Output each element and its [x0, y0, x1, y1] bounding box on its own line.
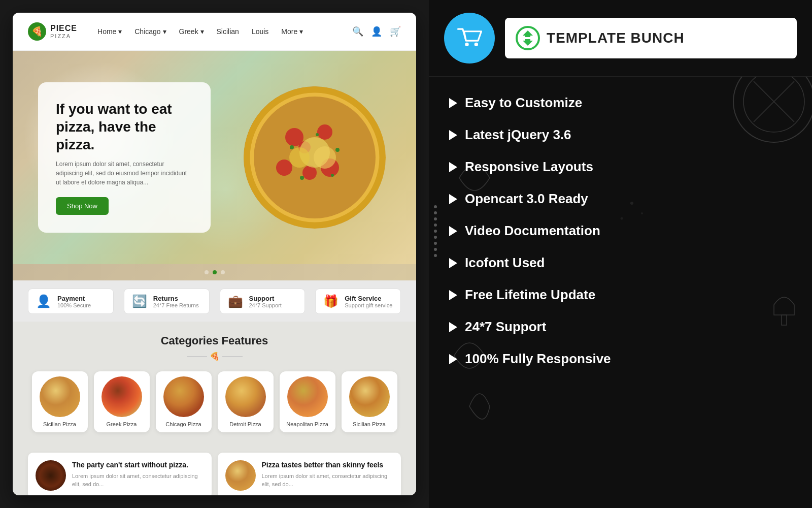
account-icon[interactable]: 👤	[371, 26, 382, 37]
nav-item-chicago[interactable]: Chicago ▾	[134, 27, 166, 36]
dots-decoration	[434, 205, 437, 257]
svg-point-14	[335, 148, 340, 152]
categories-heading: Categories Features	[28, 334, 401, 347]
dot-3[interactable]	[221, 270, 225, 274]
promo-text-1: The party can't start without pizza. Lor…	[72, 460, 204, 488]
cart-circle	[444, 13, 495, 64]
nav-icons: 🔍 👤 🛒	[352, 26, 401, 37]
nav-item-sicilian[interactable]: Sicilian	[217, 27, 239, 36]
feature-returns-title: Returns	[153, 295, 199, 302]
pizza-image-4	[225, 376, 266, 417]
pizza-card-4[interactable]: Detroit Pizza	[218, 371, 274, 432]
svg-rect-27	[525, 39, 530, 42]
pizza-card-2[interactable]: Greek Pizza	[94, 371, 150, 432]
pizza-label-1: Sicilian Pizza	[37, 421, 83, 427]
nav-links: Home ▾ Chicago ▾ Greek ▾ Sicilian Louis …	[97, 27, 352, 36]
svg-point-5	[276, 160, 292, 176]
feature-label-9: 100% Fully Responsive	[465, 351, 611, 367]
pizza-card-1[interactable]: Sicilian Pizza	[32, 371, 88, 432]
nav-item-louis[interactable]: Louis	[252, 27, 268, 36]
nav-item-home[interactable]: Home ▾	[97, 27, 122, 36]
hero-description: Lorem ipsum dolor sit amet, consectetur …	[56, 160, 193, 187]
promo-headline-1: The party can't start without pizza.	[72, 460, 204, 469]
feature-label-6: Icofont Used	[465, 255, 545, 271]
nav-item-more[interactable]: More ▾	[281, 27, 303, 36]
dot-1[interactable]	[205, 270, 209, 274]
promo-card-2: Pizza tastes better than skinny feels Lo…	[218, 453, 401, 495]
pizza-card-3[interactable]: Chicago Pizza	[156, 371, 212, 432]
dot-2[interactable]	[213, 270, 217, 274]
feature-row-1: Easy to Customize	[449, 87, 792, 119]
feature-row-7: Free Lifetime Update	[449, 279, 792, 311]
feature-payment-text: Payment 100% Secure	[57, 295, 91, 308]
promo-image-1	[36, 460, 66, 491]
support-icon: 💼	[228, 294, 243, 308]
feature-support-text: Support 24*7 Support	[249, 295, 282, 308]
pizza-label-6: Sicilian Pizza	[347, 421, 392, 427]
categories-section: Categories Features 🍕 Sicilian Pizza Gre…	[13, 322, 416, 445]
search-icon[interactable]: 🔍	[352, 26, 363, 37]
arrow-icon-5	[449, 226, 457, 236]
pizza-image-2	[101, 376, 142, 417]
feature-label-4: Opencart 3.0 Ready	[465, 191, 588, 207]
feature-payment-title: Payment	[57, 295, 91, 302]
pizza-label-3: Chicago Pizza	[161, 421, 207, 427]
feature-payment-subtitle: 100% Secure	[57, 302, 91, 308]
navigation: 🍕 PIECE PIZZA Home ▾ Chicago ▾ Greek ▾ S…	[13, 13, 416, 51]
feature-gift: 🎁 Gift Service Support gift service	[315, 289, 401, 314]
promo-desc-1: Lorem ipsum dolor sit amet, consectetur …	[72, 472, 204, 488]
feature-row-5: Video Documentation	[449, 215, 792, 247]
logo-name: PIECE	[50, 24, 77, 33]
svg-point-25	[517, 27, 539, 49]
arrow-icon-9	[449, 354, 457, 364]
nav-item-greek[interactable]: Greek ▾	[179, 27, 204, 36]
pizza-label-2: Greek Pizza	[99, 421, 145, 427]
website-preview: 🍕 PIECE PIZZA Home ▾ Chicago ▾ Greek ▾ S…	[0, 0, 429, 508]
svg-point-10	[289, 147, 310, 168]
svg-point-13	[316, 133, 319, 136]
returns-icon: 🔄	[132, 294, 147, 308]
hero-section: If you want to eat pizza, have the pizza…	[13, 51, 416, 264]
feature-label-8: 24*7 Support	[465, 319, 546, 335]
pizza-label-5: Neapolitan Pizza	[285, 421, 330, 427]
pizza-image-3	[163, 376, 204, 417]
pizza-card-5[interactable]: Neapolitan Pizza	[280, 371, 335, 432]
promo-desc-2: Lorem ipsum dolor sit amet, consectetur …	[262, 472, 394, 488]
hero-content: If you want to eat pizza, have the pizza…	[38, 82, 211, 233]
right-top-section: TEMPLATE BUNCH	[429, 0, 812, 77]
payment-icon: 👤	[36, 294, 51, 308]
svg-point-24	[474, 42, 478, 46]
promo-image-2	[225, 460, 256, 491]
feature-label-2: Latest jQuery 3.6	[465, 127, 571, 143]
feature-returns: 🔄 Returns 24*7 Free Returns	[124, 289, 210, 314]
svg-point-12	[290, 145, 294, 149]
pizza-grid: Sicilian Pizza Greek Pizza Chicago Pizza…	[28, 371, 401, 432]
logo-sub: PIZZA	[50, 33, 77, 39]
cart-icon[interactable]: 🛒	[390, 26, 401, 37]
feature-label-1: Easy to Customize	[465, 95, 582, 111]
arrow-icon-8	[449, 322, 457, 332]
divider-line-right	[222, 356, 243, 357]
cart-svg-icon	[456, 24, 484, 52]
pizza-image-6	[349, 376, 390, 417]
feature-returns-subtitle: 24*7 Free Returns	[153, 302, 199, 308]
feature-gift-text: Gift Service Support gift service	[345, 295, 392, 308]
svg-point-15	[331, 174, 334, 177]
logo-icon: 🍕	[28, 22, 46, 41]
shop-now-button[interactable]: Shop Now	[56, 197, 109, 215]
feature-label-3: Responsive Layouts	[465, 159, 593, 175]
feature-gift-title: Gift Service	[345, 295, 392, 302]
feature-row-2: Latest jQuery 3.6	[449, 119, 792, 151]
gift-icon: 🎁	[323, 294, 339, 308]
arrow-icon-3	[449, 162, 457, 172]
template-bunch-text: TEMPLATE BUNCH	[547, 30, 685, 46]
pizza-card-6[interactable]: Sicilian Pizza	[342, 371, 397, 432]
arrow-icon-4	[449, 194, 457, 204]
pizza-label-4: Detroit Pizza	[223, 421, 268, 427]
svg-rect-26	[525, 34, 530, 37]
feature-returns-text: Returns 24*7 Free Returns	[153, 295, 199, 308]
section-divider: 🍕	[28, 352, 401, 361]
feature-support: 💼 Support 24*7 Support	[220, 289, 306, 314]
feature-gift-subtitle: Support gift service	[345, 302, 392, 308]
svg-point-11	[314, 146, 336, 169]
